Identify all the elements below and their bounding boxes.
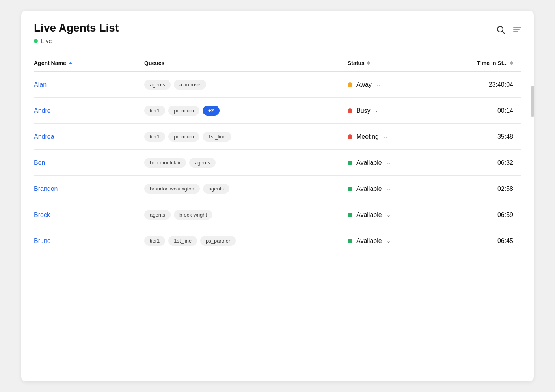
time-in-status: 06:45 (442, 237, 521, 245)
queue-tag: agents (144, 80, 171, 90)
search-icon (496, 25, 505, 34)
col-time-label: Time in St... (477, 60, 508, 66)
status-chevron-icon: ⌄ (387, 212, 391, 218)
table-row: Brunotier11st_lineps_partnerAvailable⌄06… (34, 228, 521, 254)
queues-cell: agentsbrock wright (144, 210, 348, 220)
page-title: Live Agents List (34, 22, 119, 34)
queue-tag: alan rose (174, 80, 206, 90)
status-dot (348, 161, 352, 165)
status-dot (348, 239, 352, 243)
agent-name[interactable]: Bruno (34, 237, 144, 245)
status-text: Available (356, 211, 382, 218)
time-in-status: 23:40:04 (442, 81, 521, 88)
col-agent-name[interactable]: Agent Name (34, 60, 144, 66)
status-dot (348, 82, 352, 87)
col-time[interactable]: Time in St... (442, 60, 521, 66)
status-chevron-icon: ⌄ (375, 108, 379, 114)
filter-line-3 (513, 31, 518, 32)
live-indicator: Live (34, 37, 119, 44)
queue-tag: ben montclair (144, 158, 186, 168)
status-text: Meeting (356, 133, 379, 140)
queue-tag: 1st_line (203, 132, 231, 142)
status-text: Available (356, 159, 382, 166)
status-text: Available (356, 185, 382, 192)
sort-down-arrow (510, 63, 513, 65)
table-row: Benben montclairagentsAvailable⌄06:32 (34, 150, 521, 176)
agent-name[interactable]: Andre (34, 107, 144, 114)
table-header: Agent Name Queues Status Time in St... (34, 55, 521, 72)
status-cell[interactable]: Away⌄ (348, 81, 442, 88)
queues-cell: brandon wolvingtonagents (144, 184, 348, 194)
queue-tag: tier1 (144, 132, 165, 142)
status-cell[interactable]: Available⌄ (348, 237, 442, 245)
scrollbar[interactable] (531, 86, 534, 117)
table-row: Brockagentsbrock wrightAvailable⌄06:59 (34, 202, 521, 228)
status-dot (348, 213, 352, 217)
agent-name[interactable]: Andrea (34, 133, 144, 140)
filter-button[interactable] (513, 27, 521, 32)
page-header: Live Agents List Live (34, 22, 521, 44)
queues-cell: tier1premium1st_line (144, 132, 348, 142)
status-chevron-icon: ⌄ (387, 238, 391, 244)
col-queues: Queues (144, 60, 348, 66)
sort-arrow-up (69, 62, 73, 64)
table-row: Andretier1premium+2Busy⌄00:14 (34, 98, 521, 124)
table-body: Alanagentsalan roseAway⌄23:40:04Andretie… (34, 72, 521, 254)
live-label: Live (41, 37, 52, 44)
col-status-sort-icon (367, 61, 370, 65)
search-button[interactable] (494, 23, 507, 36)
status-dot (348, 108, 352, 113)
sort-up-arrow (510, 61, 513, 63)
status-cell[interactable]: Available⌄ (348, 185, 442, 192)
queue-tag: premium (168, 132, 199, 142)
queue-tag: agents (189, 158, 216, 168)
filter-line-1 (513, 27, 521, 28)
col-status[interactable]: Status (348, 60, 442, 66)
queue-tag: tier1 (144, 236, 165, 246)
status-text: Available (356, 237, 382, 245)
queue-tag: tier1 (144, 106, 165, 116)
col-time-sort-icon (510, 61, 513, 65)
queues-cell: agentsalan rose (144, 80, 348, 90)
queues-cell: ben montclairagents (144, 158, 348, 168)
agent-name[interactable]: Brock (34, 211, 144, 218)
queue-tag: premium (168, 106, 199, 116)
table-row: Alanagentsalan roseAway⌄23:40:04 (34, 72, 521, 98)
svg-line-1 (503, 32, 505, 34)
live-agents-card: Live Agents List Live Agent Name (21, 11, 534, 381)
col-status-label: Status (348, 60, 365, 66)
status-chevron-icon: ⌄ (387, 186, 391, 192)
status-cell[interactable]: Busy⌄ (348, 107, 442, 114)
agent-name[interactable]: Brandon (34, 185, 144, 192)
agent-name[interactable]: Ben (34, 159, 144, 166)
time-in-status: 00:14 (442, 107, 521, 114)
sort-down-arrow (367, 63, 370, 65)
live-status-dot (34, 39, 38, 43)
status-cell[interactable]: Available⌄ (348, 211, 442, 218)
status-chevron-icon: ⌄ (384, 134, 387, 140)
agent-name[interactable]: Alan (34, 81, 144, 88)
table-row: Brandonbrandon wolvingtonagentsAvailable… (34, 176, 521, 202)
queues-cell: tier1premium+2 (144, 106, 348, 116)
time-in-status: 06:32 (442, 159, 521, 166)
col-queues-label: Queues (144, 60, 164, 66)
status-cell[interactable]: Available⌄ (348, 159, 442, 166)
status-cell[interactable]: Meeting⌄ (348, 133, 442, 140)
queue-tag-more[interactable]: +2 (203, 106, 220, 116)
queue-tag: brandon wolvington (144, 184, 200, 194)
queue-tag: 1st_line (168, 236, 197, 246)
queue-tag: agents (144, 210, 171, 220)
col-agent-name-sort-icon (69, 62, 73, 64)
status-dot (348, 187, 352, 191)
time-in-status: 02:58 (442, 185, 521, 192)
queue-tag: brock wright (174, 210, 212, 220)
status-dot (348, 134, 352, 139)
queues-cell: tier11st_lineps_partner (144, 236, 348, 246)
queue-tag: agents (203, 184, 229, 194)
status-chevron-icon: ⌄ (387, 160, 391, 166)
status-chevron-icon: ⌄ (376, 82, 380, 88)
queue-tag: ps_partner (200, 236, 236, 246)
sort-up-arrow (367, 61, 370, 63)
time-in-status: 35:48 (442, 133, 521, 140)
status-text: Busy (356, 107, 371, 114)
